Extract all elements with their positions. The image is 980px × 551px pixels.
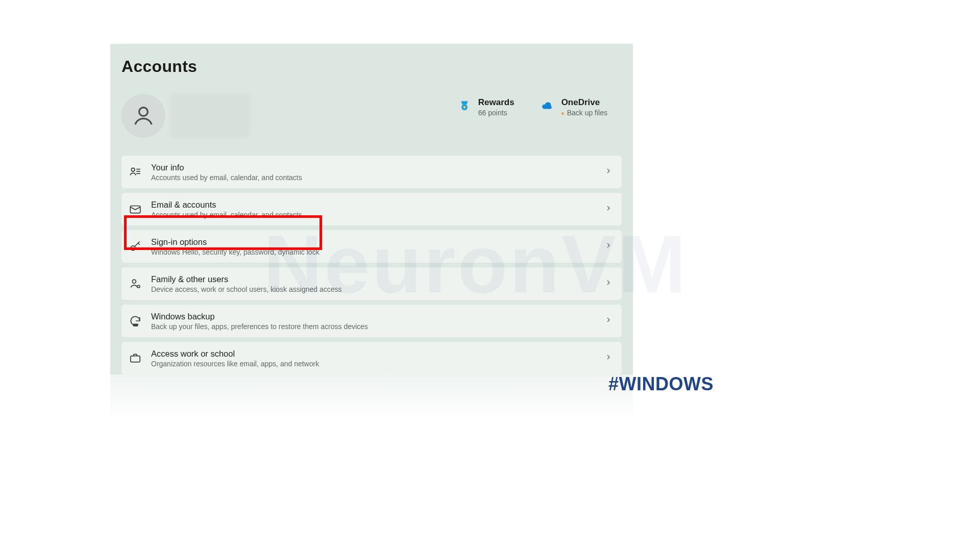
user-name-redacted — [170, 94, 250, 138]
row-family-other-users[interactable]: Family & other users Device access, work… — [121, 267, 622, 300]
panel-reflection — [110, 374, 633, 420]
hashtag-label: #WINDOWS — [608, 373, 714, 395]
row-sub: Back up your files, apps, preferences to… — [151, 322, 368, 331]
row-sub: Windows Hello, security key, password, d… — [151, 248, 320, 256]
svg-rect-14 — [131, 356, 140, 362]
svg-point-9 — [132, 280, 136, 283]
row-sub: Device access, work or school users, kio… — [151, 285, 341, 293]
rewards-icon — [458, 99, 471, 113]
svg-rect-13 — [133, 323, 138, 326]
row-windows-backup[interactable]: Windows backup Back up your files, apps,… — [121, 305, 622, 337]
settings-rows: Your info Accounts used by email, calend… — [121, 156, 622, 374]
person-icon — [131, 104, 156, 128]
chevron-right-icon — [604, 241, 612, 252]
email-icon — [129, 203, 142, 216]
row-your-info[interactable]: Your info Accounts used by email, calend… — [121, 156, 622, 188]
settings-panel: Accounts Rewards 66 points — [110, 44, 633, 374]
onedrive-card[interactable]: OneDrive Back up files — [541, 97, 607, 117]
cloud-icon — [541, 99, 554, 113]
row-access-work-school[interactable]: Access work or school Organization resou… — [121, 342, 622, 374]
onedrive-title: OneDrive — [561, 97, 607, 108]
row-email-accounts[interactable]: Email & accounts Accounts used by email,… — [121, 193, 622, 226]
row-sub: Organization resources like email, apps,… — [151, 360, 319, 368]
account-info-cards: Rewards 66 points OneDrive Back up files — [458, 97, 607, 117]
chevron-right-icon — [604, 167, 612, 177]
svg-point-3 — [131, 168, 135, 171]
rewards-title: Rewards — [478, 97, 514, 108]
chevron-right-icon — [604, 279, 612, 289]
onedrive-sub: Back up files — [561, 109, 607, 117]
user-summary-row: Rewards 66 points OneDrive Back up files — [121, 93, 633, 138]
rewards-card[interactable]: Rewards 66 points — [458, 97, 514, 117]
chevron-right-icon — [604, 204, 612, 214]
svg-point-2 — [463, 106, 465, 108]
row-sub: Accounts used by email, calendar, and co… — [151, 173, 302, 182]
row-title: Sign-in options — [151, 237, 320, 247]
row-title: Family & other users — [151, 274, 341, 284]
chevron-right-icon — [604, 353, 612, 363]
svg-point-0 — [139, 108, 148, 116]
briefcase-icon — [129, 352, 142, 365]
row-title: Your info — [151, 163, 302, 172]
your-info-icon — [129, 165, 142, 179]
row-title: Access work or school — [151, 349, 319, 359]
row-title: Windows backup — [151, 312, 368, 321]
row-sub: Accounts used by email, calendar, and co… — [151, 211, 302, 219]
svg-point-8 — [131, 246, 135, 251]
avatar — [121, 94, 165, 138]
chevron-right-icon — [604, 316, 612, 326]
key-icon — [129, 240, 142, 253]
page-title: Accounts — [121, 57, 633, 76]
backup-icon — [129, 314, 142, 328]
rewards-sub: 66 points — [478, 109, 514, 117]
row-sign-in-options[interactable]: Sign-in options Windows Hello, security … — [121, 230, 622, 263]
row-title: Email & accounts — [151, 200, 302, 210]
family-icon — [129, 277, 142, 290]
